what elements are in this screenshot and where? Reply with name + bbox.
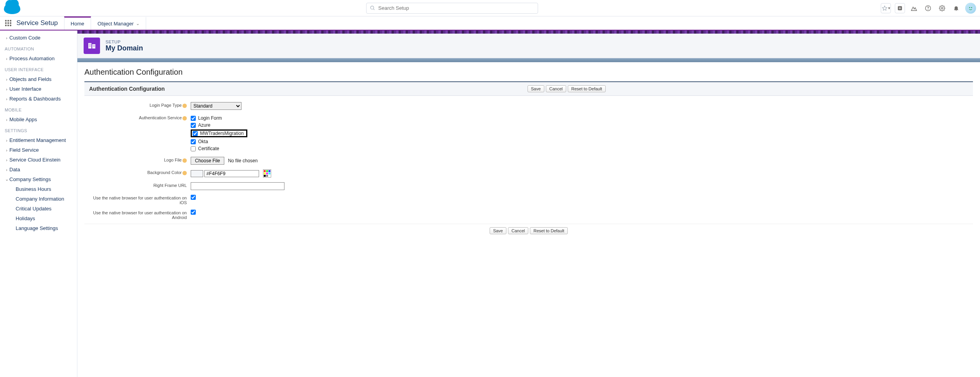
svg-marker-2 — [882, 6, 887, 10]
svg-line-1 — [374, 9, 375, 10]
help-icon[interactable] — [182, 171, 187, 175]
sidebar-item[interactable]: ›Entitlement Management — [0, 135, 77, 145]
svg-point-7 — [967, 4, 974, 11]
sidebar-item[interactable]: Business Hours — [0, 184, 77, 194]
cancel-button-bottom[interactable]: Cancel — [508, 227, 528, 234]
svg-point-0 — [370, 6, 374, 9]
auth-service-checkbox[interactable] — [193, 131, 198, 136]
svg-rect-10 — [88, 43, 91, 48]
auth-service-label: Azure — [198, 122, 210, 128]
sidebar-item[interactable]: ›User Interface — [0, 84, 77, 94]
svg-rect-17 — [90, 46, 91, 47]
auth-service-label: Okta — [198, 139, 208, 144]
reset-button-bottom[interactable]: Reset to Default — [530, 227, 568, 234]
search-icon — [370, 5, 375, 12]
color-swatch — [191, 170, 203, 177]
svg-point-9 — [971, 7, 972, 8]
sidebar-item-label: User Interface — [9, 86, 41, 92]
reset-button[interactable]: Reset to Default — [568, 85, 606, 92]
notifications-icon[interactable] — [951, 3, 961, 13]
setup-sidebar: ›Custom CodeAUTOMATION›Process Automatio… — [0, 31, 77, 377]
help-icon[interactable] — [182, 116, 187, 120]
auth-service-checkbox[interactable] — [191, 146, 196, 151]
sidebar-item[interactable]: Company Information — [0, 194, 77, 204]
native-android-checkbox[interactable] — [191, 210, 196, 215]
sidebar-item-label: Service Cloud Einstein — [9, 157, 61, 163]
sidebar-item[interactable]: ⌄Company Settings — [0, 174, 77, 184]
sidebar-item[interactable]: ›Field Service — [0, 145, 77, 155]
favorites-button[interactable]: ▾ — [881, 3, 891, 13]
sidebar-item[interactable]: ›Custom Code — [0, 33, 77, 43]
sidebar-item[interactable]: Critical Updates — [0, 204, 77, 214]
sidebar-item[interactable]: ›Service Cloud Einstein — [0, 155, 77, 165]
cancel-button[interactable]: Cancel — [546, 85, 566, 92]
sidebar-item[interactable]: Language Settings — [0, 223, 77, 233]
chevron-right-icon: › — [4, 158, 9, 162]
auth-service-label: Certificate — [198, 146, 219, 151]
svg-rect-11 — [92, 44, 95, 48]
sidebar-item-label: Mobile Apps — [9, 117, 37, 122]
add-button[interactable] — [895, 3, 905, 13]
tab-home[interactable]: Home — [64, 16, 91, 30]
sidebar-item-label: Objects and Fields — [9, 76, 52, 82]
sidebar-item-label: Process Automation — [9, 56, 55, 61]
tab-object-manager[interactable]: Object Manager⌄ — [91, 16, 147, 30]
help-icon[interactable] — [182, 104, 187, 108]
bg-color-input[interactable] — [204, 170, 259, 177]
gear-icon[interactable] — [937, 3, 947, 13]
svg-point-5 — [928, 9, 928, 10]
help-icon[interactable] — [182, 158, 187, 163]
label-bg-color: Background Color — [89, 169, 191, 175]
sidebar-item[interactable]: ›Mobile Apps — [0, 115, 77, 124]
sidebar-item-label: Data — [9, 167, 20, 172]
file-status: No file chosen — [228, 158, 258, 163]
auth-service-checkbox[interactable] — [191, 123, 196, 128]
auth-service-checkbox[interactable] — [191, 116, 196, 121]
sidebar-item[interactable]: ›Data — [0, 165, 77, 174]
decorative-strip-2 — [77, 58, 980, 62]
chevron-right-icon: › — [4, 117, 9, 122]
chevron-right-icon: › — [4, 167, 9, 172]
label-login-page-type: Login Page Type — [89, 102, 191, 108]
color-picker-icon[interactable] — [263, 169, 271, 178]
svg-rect-16 — [89, 46, 90, 47]
svg-rect-18 — [93, 45, 94, 46]
sidebar-item-label: Reports & Dashboards — [9, 96, 61, 102]
header-eyebrow: SETUP — [106, 39, 143, 44]
auth-service-label: MWTradersMigration — [200, 131, 244, 136]
right-frame-url-input[interactable] — [191, 182, 284, 190]
trailhead-icon[interactable] — [909, 3, 919, 13]
highlighted-auth-service: MWTradersMigration — [191, 129, 247, 137]
label-auth-service: Authentication Service — [89, 115, 191, 120]
svg-rect-13 — [90, 44, 91, 45]
sidebar-group: USER INTERFACE — [0, 63, 77, 74]
save-button[interactable]: Save — [528, 85, 544, 92]
section-subtitle: Authentication Configuration — [89, 86, 165, 92]
save-button-bottom[interactable]: Save — [490, 227, 506, 234]
svg-point-6 — [941, 7, 943, 9]
chevron-right-icon: › — [4, 87, 9, 92]
user-avatar[interactable] — [965, 3, 976, 14]
page-header: SETUP My Domain — [77, 34, 980, 58]
section-heading: Authentication Configuration — [84, 68, 973, 77]
page-title: My Domain — [106, 44, 143, 52]
sidebar-item[interactable]: ›Objects and Fields — [0, 74, 77, 84]
search-input[interactable] — [366, 3, 538, 14]
sidebar-item-label: Entitlement Management — [9, 137, 66, 143]
sidebar-item[interactable]: Holidays — [0, 214, 77, 223]
choose-file-button[interactable]: Choose File — [191, 157, 224, 165]
chevron-right-icon: › — [4, 97, 9, 101]
global-search — [366, 3, 538, 14]
svg-rect-12 — [89, 44, 90, 45]
decorative-strip — [77, 31, 980, 34]
label-logo-file: Logo File — [89, 157, 191, 163]
auth-service-label: Login Form — [198, 115, 222, 121]
native-ios-checkbox[interactable] — [191, 195, 196, 200]
sidebar-item[interactable]: ›Reports & Dashboards — [0, 94, 77, 104]
app-launcher-icon[interactable] — [4, 16, 13, 30]
auth-service-checkbox[interactable] — [191, 139, 196, 144]
sidebar-item[interactable]: ›Process Automation — [0, 54, 77, 63]
help-icon[interactable] — [923, 3, 933, 13]
login-page-type-select[interactable]: Standard — [191, 102, 241, 110]
svg-rect-21 — [94, 46, 95, 47]
